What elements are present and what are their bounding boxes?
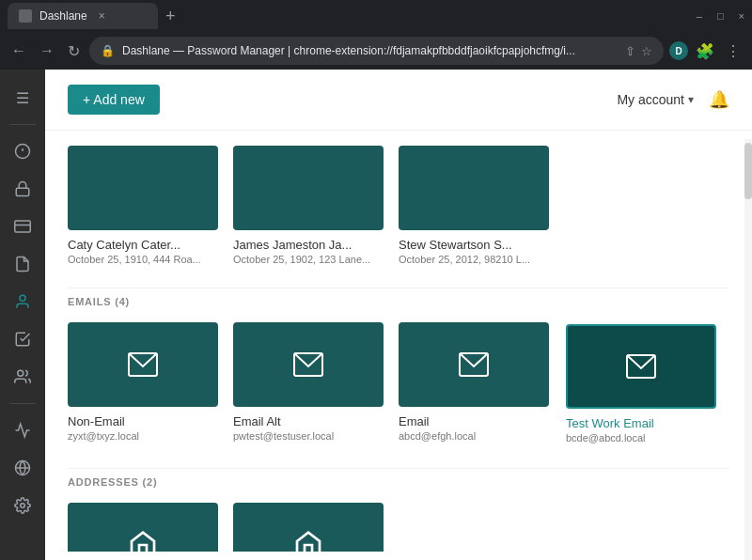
share-icon[interactable]: ⇧ <box>625 44 635 58</box>
list-item[interactable]: Stew Stewartson S... October 25, 2012, 9… <box>399 146 549 265</box>
sidebar-item-receipts[interactable] <box>6 322 39 356</box>
person-sub: October 25, 1910, 444 Roa... <box>68 254 218 265</box>
tab-title: Dashlane <box>39 9 87 23</box>
content-area: Caty Catelyn Cater... October 25, 1910, … <box>45 131 752 552</box>
list-item[interactable] <box>68 503 218 552</box>
sidebar-item-settings[interactable] <box>6 489 39 522</box>
chevron-down-icon: ▾ <box>688 93 694 106</box>
person-sub: October 25, 2012, 98210 L... <box>399 254 549 265</box>
sidebar-item-passwords[interactable] <box>6 172 39 206</box>
add-new-button[interactable]: + Add new <box>68 85 160 115</box>
person-cards-grid: Caty Catelyn Cater... October 25, 1910, … <box>68 146 729 265</box>
email-name: Test Work Email <box>566 416 713 430</box>
sidebar-item-sharing[interactable] <box>6 360 39 394</box>
email-card-image <box>68 322 218 407</box>
email-address: zyxt@txyz.local <box>68 430 218 442</box>
address-bar-action-icons: ⇧ ☆ <box>625 44 652 58</box>
address-bar-row: ← → ↻ 🔒 Dashlane — Password Manager | ch… <box>0 32 752 70</box>
emails-section-header: EMAILS (4) <box>68 288 729 307</box>
sidebar-item-notes[interactable] <box>6 247 39 281</box>
email-address: bcde@abcd.local <box>566 432 713 443</box>
browser-chrome: Dashlane × + – □ × ← → ↻ 🔒 Dashlane — Pa… <box>0 0 752 70</box>
email-name: Email Alt <box>233 414 384 428</box>
forward-button[interactable]: → <box>36 39 58 63</box>
email-card-image <box>399 322 549 407</box>
svg-rect-4 <box>15 221 31 232</box>
list-item[interactable]: Non-Email zyxt@txyz.local <box>68 322 218 445</box>
list-item[interactable]: Test Work Email bcde@abcd.local <box>564 322 714 445</box>
addresses-section-header: ADDRESSES (2) <box>68 468 729 488</box>
menu-dots-icon[interactable]: ⋮ <box>722 39 744 64</box>
puzzle-icon[interactable]: 🧩 <box>692 39 718 64</box>
sidebar-item-menu[interactable]: ☰ <box>6 81 39 115</box>
address-card-image <box>233 503 384 552</box>
my-account-button[interactable]: My account ▾ <box>617 92 694 107</box>
title-bar: Dashlane × + – □ × <box>0 0 752 32</box>
lock-icon: 🔒 <box>101 44 115 57</box>
email-card-image <box>566 324 716 409</box>
person-name: James Jameston Ja... <box>233 238 384 252</box>
email-address: pwtest@testuser.local <box>233 430 384 442</box>
person-card-image <box>399 146 549 230</box>
sidebar-item-integrations[interactable] <box>6 451 39 485</box>
header-right: My account ▾ 🔔 <box>617 89 729 110</box>
tab-favicon <box>19 9 32 23</box>
refresh-button[interactable]: ↻ <box>64 39 84 64</box>
dashlane-extension-icon[interactable]: D <box>669 41 688 60</box>
star-icon[interactable]: ☆ <box>641 44 652 58</box>
app-header: + Add new My account ▾ 🔔 <box>45 70 752 131</box>
sidebar-divider <box>9 124 36 125</box>
app-container: ☰ <box>0 70 752 560</box>
email-name: Email <box>399 414 549 428</box>
list-item[interactable]: Caty Catelyn Cater... October 25, 1910, … <box>68 146 218 265</box>
person-name: Stew Stewartson S... <box>399 238 549 252</box>
scrollbar-track[interactable] <box>744 139 752 560</box>
notification-bell-icon[interactable]: 🔔 <box>709 89 729 110</box>
person-card-image <box>233 146 384 230</box>
close-window-button[interactable]: × <box>739 10 744 22</box>
list-item[interactable]: Email abcd@efgh.local <box>399 322 549 445</box>
minimize-button[interactable]: – <box>697 10 702 22</box>
tab-close-button[interactable]: × <box>99 9 105 23</box>
list-item[interactable] <box>233 503 384 552</box>
sidebar-item-activity[interactable] <box>6 413 39 447</box>
address-bar-text: Dashlane — Password Manager | chrome-ext… <box>122 44 618 57</box>
person-card-image <box>68 146 218 230</box>
sidebar: ☰ <box>0 70 45 560</box>
sidebar-item-tips[interactable] <box>6 134 39 168</box>
sidebar-item-personal[interactable] <box>6 285 39 319</box>
new-tab-button[interactable]: + <box>158 7 183 26</box>
svg-point-10 <box>21 504 25 508</box>
email-card-image <box>233 322 384 407</box>
sidebar-item-cards[interactable] <box>6 210 39 243</box>
address-cards-grid <box>68 503 729 552</box>
email-name: Non-Email <box>68 414 218 428</box>
email-address: abcd@efgh.local <box>399 430 549 442</box>
back-button[interactable]: ← <box>8 39 30 63</box>
list-item[interactable]: James Jameston Ja... October 25, 1902, 1… <box>233 146 384 265</box>
svg-rect-3 <box>16 188 29 195</box>
scrollbar-thumb[interactable] <box>744 143 752 199</box>
main-content: + Add new My account ▾ 🔔 Caty Catelyn Ca… <box>45 70 752 560</box>
email-cards-grid: Non-Email zyxt@txyz.local Email Alt pwte… <box>68 322 729 445</box>
sidebar-divider-2 <box>9 403 36 404</box>
svg-point-6 <box>20 295 25 301</box>
address-bar[interactable]: 🔒 Dashlane — Password Manager | chrome-e… <box>89 37 664 65</box>
maximize-button[interactable]: □ <box>717 10 724 22</box>
person-name: Caty Catelyn Cater... <box>68 238 218 252</box>
my-account-label: My account <box>617 92 684 107</box>
person-sub: October 25, 1902, 123 Lane... <box>233 254 384 265</box>
address-card-image <box>68 503 218 552</box>
window-controls: – □ × <box>697 10 744 22</box>
list-item[interactable]: Email Alt pwtest@testuser.local <box>233 322 384 445</box>
browser-tab[interactable]: Dashlane × <box>8 3 158 29</box>
svg-point-7 <box>18 370 24 376</box>
toolbar-icons: D 🧩 ⋮ <box>669 39 744 64</box>
